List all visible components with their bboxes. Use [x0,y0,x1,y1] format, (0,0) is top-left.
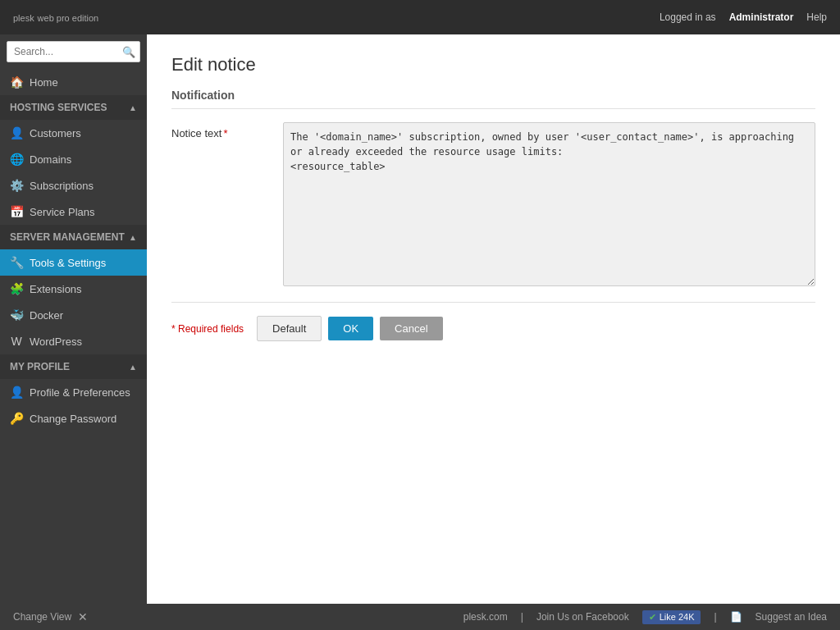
domains-label: Domains [30,153,71,166]
default-button[interactable]: Default [257,316,322,341]
server-management-chevron: ▲ [129,233,137,242]
plesk-url[interactable]: plesk.com [463,611,508,623]
sidebar-item-domains[interactable]: 🌐 Domains [0,146,147,172]
suggest-idea-link[interactable]: Suggest an Idea [756,611,827,623]
sidebar-item-docker[interactable]: 🐳 Docker [0,302,147,328]
tools-settings-label: Tools & Settings [30,257,106,269]
profile-preferences-icon: 👤 [10,386,23,399]
server-management-label: Server Management [10,231,125,243]
extensions-label: Extensions [30,283,82,295]
footer-left: Change View ✕ [13,610,88,623]
notice-textarea[interactable] [283,122,815,286]
logo: plesk web pro edition [13,11,98,24]
service-plans-label: Service Plans [30,206,94,218]
sidebar-item-wordpress[interactable]: W WordPress [0,328,147,354]
help-button[interactable]: Help [806,11,827,23]
like-count: Like 24K [660,612,695,622]
change-password-icon: 🔑 [10,412,23,425]
profile-preferences-label: Profile & Preferences [30,386,130,399]
customers-label: Customers [30,127,81,139]
sidebar-item-customers[interactable]: 👤 Customers [0,120,147,146]
sidebar-item-tools-settings[interactable]: 🔧 Tools & Settings [0,249,147,276]
page-title: Edit notice [171,54,815,75]
form-actions: * Required fields Default OK Cancel [171,302,815,354]
layout: 🔍 🏠 Home Hosting Services ▲ 👤 Customers … [0,34,840,604]
sidebar-item-service-plans[interactable]: 📅 Service Plans [0,199,147,225]
domains-icon: 🌐 [10,153,23,166]
wordpress-label: WordPress [30,336,82,348]
my-profile-label: My Profile [10,361,70,372]
sidebar: 🔍 🏠 Home Hosting Services ▲ 👤 Customers … [0,34,147,604]
like-badge[interactable]: ✔ Like 24K [642,610,701,624]
logo-text: plesk [13,13,34,23]
sidebar-item-home[interactable]: 🏠 Home [0,69,147,95]
main-content: Edit notice Notification Notice text* * … [147,34,840,604]
extensions-icon: 🧩 [10,282,23,295]
server-management-section[interactable]: Server Management ▲ [0,225,147,249]
logged-in-label: Logged in as [660,11,716,23]
topbar: plesk web pro edition Logged in as Admin… [0,0,840,34]
join-facebook-link[interactable]: Join Us on Facebook [536,611,629,623]
close-button[interactable]: ✕ [78,610,88,623]
footer: Change View ✕ plesk.com | Join Us on Fac… [0,604,840,630]
change-password-label: Change Password [30,413,116,425]
service-plans-icon: 📅 [10,205,23,218]
sidebar-item-subscriptions[interactable]: ⚙️ Subscriptions [0,172,147,199]
admin-name[interactable]: Administrator [729,11,794,23]
required-note: * Required fields [171,323,244,335]
hosting-services-chevron: ▲ [129,103,137,112]
tools-settings-icon: 🔧 [10,256,23,269]
docker-label: Docker [30,309,63,322]
search-icon: 🔍 [122,46,135,58]
hosting-services-label: Hosting Services [10,102,107,113]
sidebar-item-extensions[interactable]: 🧩 Extensions [0,276,147,302]
subscriptions-icon: ⚙️ [10,179,23,192]
logo-sub: web pro edition [38,13,99,23]
notification-section-title: Notification [171,89,815,109]
home-icon: 🏠 [10,75,23,89]
required-star: * [223,127,227,139]
search-wrapper: 🔍 [7,41,140,62]
notice-textarea-wrapper [283,122,815,289]
home-label: Home [30,76,58,89]
separator-1: | [521,611,523,623]
wordpress-icon: W [10,335,23,348]
my-profile-section[interactable]: My Profile ▲ [0,354,147,379]
subscriptions-label: Subscriptions [30,180,94,192]
topbar-right: Logged in as Administrator Help [660,11,827,23]
my-profile-chevron: ▲ [129,363,137,372]
hosting-services-section[interactable]: Hosting Services ▲ [0,95,147,120]
checkmark-icon: ✔ [649,612,656,623]
footer-right: plesk.com | Join Us on Facebook ✔ Like 2… [463,610,827,624]
ok-button[interactable]: OK [328,317,373,340]
search-input[interactable] [7,41,140,62]
cancel-button[interactable]: Cancel [380,317,442,340]
notice-text-row: Notice text* [171,122,815,289]
separator-2: | [714,611,716,623]
document-icon: 📄 [730,611,742,623]
notice-text-label: Notice text* [171,122,270,139]
search-box: 🔍 [0,34,147,69]
sidebar-item-profile-preferences[interactable]: 👤 Profile & Preferences [0,379,147,405]
sidebar-item-change-password[interactable]: 🔑 Change Password [0,405,147,431]
change-view-label[interactable]: Change View [13,611,71,623]
customers-icon: 👤 [10,126,23,139]
content-area: Edit notice Notification Notice text* * … [147,34,840,604]
docker-icon: 🐳 [10,308,23,322]
